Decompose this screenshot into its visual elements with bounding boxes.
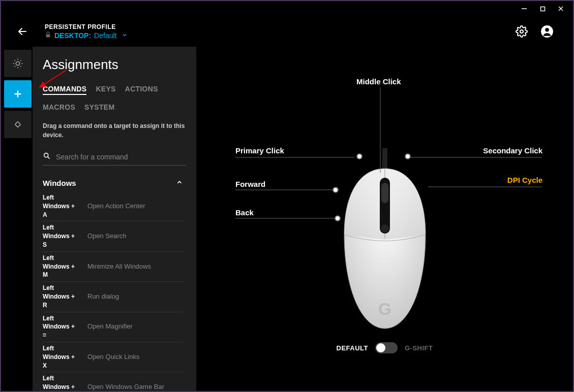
back-button[interactable] (12, 21, 33, 42)
command-key: LeftWindows +M (43, 254, 87, 279)
command-item[interactable]: LeftWindows +XOpen Quick Links (43, 342, 183, 372)
close-button[interactable] (552, 2, 570, 16)
command-desc: Open Magnifier (87, 322, 133, 331)
maximize-button[interactable] (533, 2, 552, 16)
account-button[interactable] (539, 24, 555, 39)
command-list[interactable]: Windows LeftWindows +AOpen Action Center… (43, 175, 186, 391)
svg-point-7 (16, 61, 19, 65)
mode-toggle-row: DEFAULT G-SHIFT (337, 342, 433, 353)
dot-secondary (405, 153, 411, 159)
command-key: LeftWindows += (43, 314, 87, 340)
svg-text:G: G (378, 299, 391, 318)
category-label: Windows (43, 179, 76, 187)
command-key: LeftWindows +R (43, 284, 87, 309)
command-desc: Minimize All Windows (87, 263, 151, 271)
nav-sensitivity[interactable] (4, 111, 32, 138)
search-input[interactable] (56, 153, 186, 161)
category-header[interactable]: Windows (43, 175, 183, 191)
profile-name: Default (94, 31, 116, 40)
callout-dpi-cycle[interactable]: DPI Cycle (507, 176, 542, 184)
profile-selector[interactable]: DESKTOP: Default (45, 31, 514, 40)
minimize-button[interactable] (515, 2, 533, 16)
command-desc: Run dialog (87, 292, 119, 301)
command-desc: Open Action Center (87, 202, 145, 211)
tab-commands[interactable]: COMMANDS (43, 85, 86, 95)
svg-point-4 (520, 30, 523, 33)
titlebar (1, 1, 573, 16)
dot-back (335, 215, 341, 221)
dot-primary (356, 153, 362, 159)
callout-secondary-click[interactable]: Secondary Click (483, 146, 542, 155)
svg-rect-1 (540, 7, 545, 11)
tab-keys[interactable]: KEYS (96, 85, 115, 95)
tab-actions[interactable]: ACTIONS (125, 85, 158, 95)
svg-point-6 (545, 28, 549, 32)
panel-hint: Drag a command onto a target to assign i… (43, 121, 186, 140)
command-desc: Open Windows Game Bar (87, 383, 164, 391)
callout-primary-click[interactable]: Primary Click (235, 146, 284, 155)
command-key: LeftWindows +X (43, 344, 87, 370)
command-item[interactable]: LeftWindows +MMinimize All Windows (43, 252, 183, 282)
search-row (43, 149, 186, 166)
svg-point-8 (44, 153, 48, 157)
assignments-panel: Assignments COMMANDS KEYS ACTIONS MACROS… (33, 47, 196, 391)
chevron-down-icon (122, 31, 128, 40)
nav-lighting[interactable] (4, 50, 32, 77)
desktop-label: DESKTOP: (54, 31, 91, 40)
profile-label: PERSISTENT PROFILE (45, 23, 514, 30)
command-key: LeftWindows +A (43, 193, 87, 219)
command-item[interactable]: LeftWindows +SOpen Search (43, 221, 183, 251)
command-item[interactable]: LeftWindows +AOpen Action Center (43, 191, 183, 221)
mode-toggle[interactable] (375, 342, 398, 353)
command-item[interactable]: LeftWindows +RRun dialog (43, 282, 183, 312)
dot-forward (333, 187, 339, 193)
command-key: LeftWindows +S (43, 223, 87, 249)
toggle-label-default: DEFAULT (337, 344, 368, 352)
panel-tabs: COMMANDS KEYS ACTIONS MACROS SYSTEM (43, 85, 186, 111)
mouse-illustration: G (334, 148, 436, 331)
command-key: LeftWindows +G (43, 374, 87, 391)
panel-title: Assignments (43, 57, 186, 73)
svg-rect-12 (381, 183, 388, 203)
settings-button[interactable] (514, 24, 529, 39)
callout-middle-click[interactable]: Middle Click (356, 77, 401, 86)
search-icon (43, 152, 51, 162)
topbar: PERSISTENT PROFILE DESKTOP: Default (1, 16, 573, 47)
tab-system[interactable]: SYSTEM (84, 103, 114, 111)
command-desc: Open Search (87, 232, 127, 241)
side-nav (1, 47, 33, 391)
command-item[interactable]: LeftWindows +=Open Magnifier (43, 312, 183, 342)
svg-point-13 (381, 224, 389, 233)
nav-assignments[interactable] (4, 80, 32, 108)
chevron-up-icon (176, 179, 183, 187)
tab-macros[interactable]: MACROS (43, 103, 75, 111)
device-stage: G Middle Click Primary Click Secondary C… (196, 47, 573, 391)
callout-forward[interactable]: Forward (235, 180, 265, 188)
toggle-label-gshift: G-SHIFT (405, 344, 433, 352)
command-item[interactable]: LeftWindows +GOpen Windows Game Bar (43, 372, 183, 391)
command-desc: Open Quick Links (87, 353, 140, 362)
lock-icon (45, 31, 51, 40)
callout-back[interactable]: Back (235, 208, 254, 217)
